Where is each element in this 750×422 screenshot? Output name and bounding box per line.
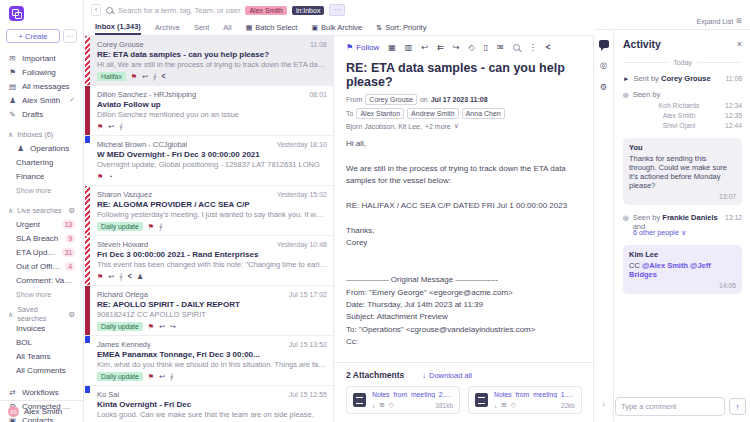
sidebar-item-all-messages[interactable]: ▤All messages [0,79,83,93]
expand-list-button[interactable]: Expand List [697,18,734,25]
app-root: + Create ⋯ ✉Important ⚑Following ▤All me… [0,0,750,422]
download-all-button[interactable]: ↓Download all [422,371,472,380]
tab-all[interactable]: All [223,20,231,35]
bulk-archive-button[interactable]: ▣Bulk Archive [311,23,362,32]
from-chip[interactable]: Corey Grouse [365,94,417,105]
email-list-item[interactable]: Dillon Sanchez - HRJshipping08:01 Aviato… [85,86,333,136]
more-options-icon[interactable]: ⋮ [529,44,537,52]
sidebar-user-footer[interactable]: AS Alex Smith [0,400,84,422]
tab-archive[interactable]: Archive [155,20,180,35]
attachment-card[interactable]: Notes_from_meeting_1.pdf ↓ ⊞ ◇ 22kb [468,386,582,414]
recipient-chip[interactable]: Andrew Smith [407,108,459,119]
contacts-tab-icon[interactable]: ◎ [600,60,607,70]
search-input[interactable]: Search for a term, tag, Team, or user [118,6,240,15]
front-logo[interactable] [9,6,24,21]
live-searches-header[interactable]: ∧Live searches⚙ [0,203,83,217]
tag-icon[interactable]: ◇ [389,401,394,409]
collapse-sidebar-button[interactable]: ‹ [91,4,101,16]
sidebar-item-all-comments[interactable]: All Comments [0,363,83,377]
sidebar-item-eta-updates[interactable]: ETA Updates31 [0,245,83,259]
email-list-item[interactable]: James KennedyJul 15 13:52 EMEA Panamax T… [85,336,333,386]
share-icon[interactable]: < [546,43,551,53]
sidebar-more-button[interactable]: ⋯ [63,29,77,43]
tab-sent[interactable]: Sent [194,20,209,35]
inbox-icon: ✉ [8,54,17,63]
attachment-size: 381kb [435,402,453,409]
email-list-item[interactable]: Steven HowardYesterday 10:48 Fri Dec 3 0… [85,236,333,286]
tab-inbox[interactable]: Inbox (1,343) [95,20,141,35]
sidebar-item-invoices[interactable]: Invoices [0,321,83,335]
sidebar-item-important[interactable]: ✉Important [0,51,83,65]
reply-icon[interactable]: ↩ [421,44,428,52]
sidebar-item-all-teams[interactable]: All Teams [0,349,83,363]
email-list-item[interactable]: Ko SaiJul 15 12:55 Kinta Overnight - Fri… [85,386,333,422]
search-thread-icon[interactable] [513,44,520,51]
integrations-tab-icon[interactable]: ⚙ [600,82,608,92]
inboxes-section-header[interactable]: ∧Inboxes (6) [0,127,83,141]
sidebar-item-sla-breach[interactable]: SLA Breach9 [0,231,83,245]
email-list-item[interactable]: Richard OrtegaJul 15 17:02 RE: APOLLO SP… [85,286,333,336]
search-options-button[interactable]: ⋯ [329,4,345,16]
recipients-more[interactable]: +2 more [425,123,451,130]
sidebar-item-chartering[interactable]: Chartering [0,155,83,169]
close-icon[interactable]: × [737,39,742,49]
sidebar-item-drafts[interactable]: ✎Drafts [0,107,83,121]
sidebar: + Create ⋯ ✉Important ⚑Following ▤All me… [0,0,84,422]
attachment-card[interactable]: Notes_from_meeting_2.pdf ↓ ⊞ ◇ 381kb [346,386,460,414]
send-comment-button[interactable]: ↑ [729,398,746,415]
search-chip-user[interactable]: Alex Smith [245,6,286,15]
unread-marker [85,136,90,143]
sidebar-item-urgent[interactable]: Urgent13 [0,217,83,231]
expand-icon[interactable]: ⊞ [501,401,506,409]
mention[interactable]: @Alex Smith [642,261,688,270]
subject: RE: ETA data samples - can you help plea… [97,50,327,59]
sidebar-item-finance[interactable]: Finance [0,169,83,183]
sidebar-item-operations[interactable]: ♟Operations [0,141,83,155]
today-divider: Today [623,59,742,66]
unread-marker [85,336,90,343]
preview: Following yesterday's meeting, I just wa… [97,210,327,219]
gear-icon[interactable]: ⚙ [68,310,75,319]
email-list-item[interactable]: Sharon VazquezYesterday 15:02 RE: ALGOMA… [85,186,333,236]
recipient-chip[interactable]: Alex Stanton [356,108,404,119]
sidebar-item-workflows[interactable]: ⇄Workflows [0,385,83,399]
sidebar-item-following[interactable]: ⚑Following [0,65,83,79]
scroll-down-icon[interactable]: ↓ [602,399,606,408]
email-icon[interactable]: ✉ [497,44,504,52]
sidebar-item-alex-smith[interactable]: ♟Alex Smith✓ [0,93,83,107]
tag-icon[interactable]: ◇ [511,401,516,409]
archive-icon[interactable]: ▦ [388,44,396,52]
seen-by-list: Koh Richards12:34 Alex Smith12:35 Shivi … [633,101,742,131]
notes-icon[interactable]: ▯ [484,44,488,52]
batch-select-button[interactable]: ▦Batch Select [246,23,298,32]
subject: Fri Dec 3 00:00:00 2021 - Rand Enterpris… [97,250,327,259]
reply-all-icon[interactable]: ⇇ [437,44,444,52]
sidebar-item-bol[interactable]: BOL [0,335,83,349]
email-list-item[interactable]: Corey Grouse11:08 RE: ETA data samples -… [85,36,333,86]
download-icon[interactable]: ↓ [372,402,375,409]
paperclip-icon: ∮ [153,73,157,81]
forward-icon[interactable]: ↪ [453,44,460,52]
workflow-icon: ⇄ [8,388,17,397]
email-list-item[interactable]: Micheal Brown - CCJglobalYesterday 18:10… [85,136,333,186]
live-searches-show-more[interactable]: Show more [0,287,83,301]
sidebar-item-comment-vanco[interactable]: Comment: Vanco... [0,273,83,287]
recipient-chip[interactable]: Anna Chen [462,108,505,119]
preview: 90818241Z CC APOLLO SPIRIT [97,310,327,319]
comment-input[interactable] [615,397,725,416]
flag-icon: ⚑ [97,173,103,181]
move-to-icon[interactable]: ▥ [405,44,413,52]
tag-icon[interactable]: ◇ [469,44,475,52]
download-icon[interactable]: ↓ [494,402,497,409]
inboxes-show-more[interactable]: Show more [0,183,83,197]
gear-icon[interactable]: ⚙ [68,206,75,215]
sort-priority-button[interactable]: ⇅Sort: Priority [376,23,426,32]
search-chip-inbox-filter[interactable]: in:Inbox [292,6,325,15]
sidebar-item-out-of-office[interactable]: Out of Office4 [0,259,83,273]
expand-icon[interactable]: ⊞ [379,401,384,409]
create-button[interactable]: + Create [6,29,60,43]
activity-tab-icon[interactable] [599,40,609,48]
follow-button[interactable]: ⚑Follow [346,43,379,52]
saved-searches-header[interactable]: ∧Saved searches⚙ [0,307,83,321]
preview: Looks good. Can we make sure that the te… [97,410,327,419]
